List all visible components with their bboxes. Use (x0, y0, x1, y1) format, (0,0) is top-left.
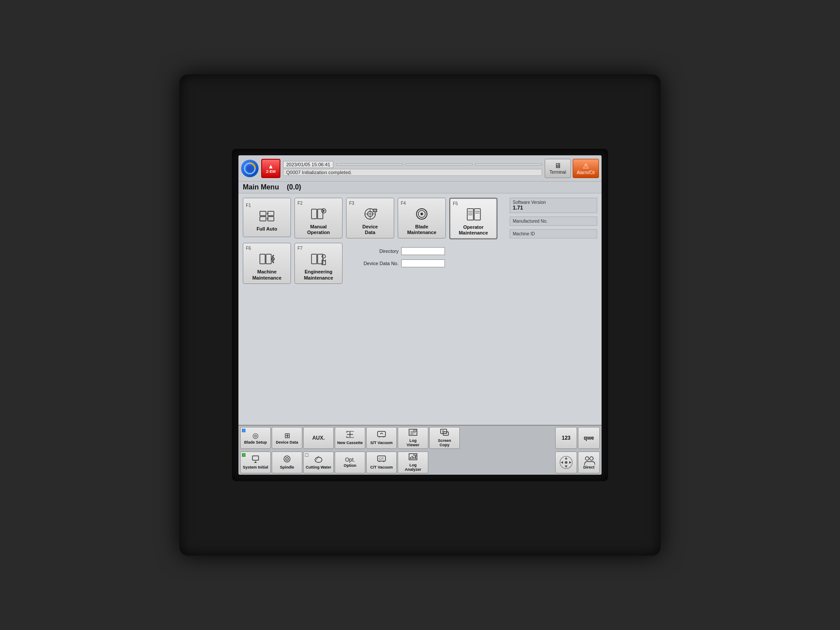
new-cassette-label: New Cassette (337, 441, 363, 445)
message-display: Q0007 Initialization completed. (283, 169, 542, 176)
software-version-value: 1.71 (513, 205, 594, 211)
alarm-button[interactable]: ⚠ Alarm/Clr (573, 159, 599, 178)
f7-engineering-maintenance-button[interactable]: F7 EngineeringMaintenance (294, 243, 343, 284)
st-vacuum-label: S/T Vacuum (370, 441, 392, 445)
st-vacuum-button[interactable]: S/T Vacuum (366, 427, 397, 449)
alarm-label: Alarm/Clr (577, 170, 595, 175)
kbd-qwe-label: qwe (584, 435, 594, 441)
f5-label: OperatorMaintenance (459, 224, 488, 236)
f7-icon (311, 252, 326, 267)
aux-icon: AUX. (312, 435, 325, 441)
manufactured-no-section: Manufactured No. (510, 217, 597, 226)
f6-label: MachineMaintenance (252, 269, 282, 280)
f4-key: F4 (401, 201, 406, 206)
joystick-icon (559, 455, 573, 469)
joystick-button[interactable] (555, 452, 577, 473)
svg-rect-4 (260, 217, 266, 221)
device-data-no-label: Device Data No. (359, 261, 399, 266)
kbd-123-label: 123 (562, 435, 570, 441)
kbd-123-button[interactable]: 123 (555, 427, 577, 449)
function-row-1: F1 (243, 198, 597, 239)
blade-setup-indicator (242, 429, 245, 432)
device-data-toolbar-label: Device Data (276, 441, 298, 445)
toolbar-row-1: ◎ Blade Setup ⊞ Device Data AUX. (238, 426, 602, 450)
kbd-qwe-button[interactable]: qwe (578, 427, 600, 449)
machine-id-title: Machine ID (513, 231, 594, 236)
svg-point-56 (284, 456, 290, 462)
svg-rect-28 (266, 254, 271, 264)
option-icon: Opt. (345, 457, 355, 463)
log-analyzer-button[interactable]: LogAnalyzer (398, 452, 428, 473)
svg-point-75 (585, 457, 589, 460)
manufactured-no-title: Manufactured No. (513, 219, 594, 224)
direct-button[interactable]: Direct (578, 452, 600, 473)
spindle-icon (282, 455, 292, 465)
function-row-2: F6 Machi (243, 243, 597, 284)
ct-vacuum-button[interactable]: C/T C/T Vacuum (366, 452, 397, 473)
function-rows: F1 (243, 198, 597, 420)
device-data-toolbar-icon: ⊞ (284, 431, 290, 440)
toolbar-row-2: System Initial Spindle (238, 450, 602, 475)
f4-blade-maintenance-button[interactable]: F4 BladeMaintenance (398, 198, 446, 238)
directory-label: Directory (359, 248, 399, 254)
svg-rect-27 (260, 254, 265, 264)
option-button[interactable]: Opt. Option (335, 452, 365, 473)
status-box-3 (475, 164, 542, 165)
device-data-toolbar-button[interactable]: ⊞ Device Data (272, 427, 302, 449)
svg-point-1 (247, 165, 253, 172)
screen-copy-button[interactable]: ScreenCopy (429, 427, 460, 449)
svg-rect-21 (474, 209, 480, 220)
svg-rect-14 (373, 209, 377, 212)
st-vacuum-icon (377, 430, 386, 440)
svg-rect-2 (260, 211, 266, 216)
svg-point-9 (323, 210, 325, 212)
new-cassette-button[interactable]: New Cassette (335, 427, 365, 449)
f2-icon (311, 207, 326, 222)
new-cassette-icon (345, 430, 355, 440)
svg-point-19 (420, 213, 423, 215)
f1-full-auto-button[interactable]: F1 (243, 198, 291, 237)
machine-id-section: Machine ID (510, 229, 597, 238)
screen-copy-icon (440, 428, 449, 438)
svg-rect-42 (378, 431, 385, 437)
spindle-button[interactable]: Spindle (272, 452, 302, 473)
top-bar: ▲ Z-EM 2023/01/05 15:06:41 Q0007 Initial… (238, 155, 602, 182)
svg-point-57 (286, 458, 288, 460)
zem-button[interactable]: ▲ Z-EM (261, 159, 280, 178)
title-bar: Main Menu (0.0) (238, 182, 602, 193)
screen-bezel: ▲ Z-EM 2023/01/05 15:06:41 Q0007 Initial… (232, 149, 608, 481)
f2-manual-operation-button[interactable]: F2 ManualOperation (294, 198, 343, 238)
blade-setup-button[interactable]: ◎ Blade Setup (240, 427, 271, 449)
svg-point-35 (322, 255, 326, 258)
device-data-no-input[interactable] (401, 259, 445, 267)
svg-marker-72 (561, 461, 563, 464)
cutting-water-button[interactable]: Cutting Water (303, 452, 334, 473)
system-initial-label: System Initial (243, 466, 268, 470)
datetime-display: 2023/01/05 15:06:41 (283, 161, 333, 168)
right-info-panel: Software Version 1.71 Manufactured No. M… (510, 198, 597, 238)
svg-rect-7 (318, 209, 323, 219)
system-initial-button[interactable]: System Initial (240, 452, 271, 473)
f7-label: EngineeringMaintenance (304, 269, 333, 280)
ct-vacuum-label: C/T Vacuum (370, 466, 393, 470)
terminal-button[interactable]: 🖥 Terminal (545, 159, 571, 178)
terminal-label: Terminal (550, 170, 566, 175)
f3-device-data-button[interactable]: F3 (346, 198, 394, 238)
main-title: Main Menu (243, 183, 279, 191)
system-initial-icon (251, 455, 260, 465)
directory-input[interactable] (401, 247, 445, 255)
svg-point-76 (590, 457, 593, 460)
status-box-2 (406, 164, 472, 165)
cutting-water-label: Cutting Water (306, 466, 332, 470)
direct-icon (583, 455, 595, 465)
svg-marker-73 (569, 461, 571, 464)
zem-label: Z-EM (266, 169, 276, 174)
f1-key: F1 (246, 203, 251, 208)
log-analyzer-label: LogAnalyzer (405, 463, 421, 472)
aux-button[interactable]: AUX. (303, 427, 334, 449)
f5-operator-maintenance-button[interactable]: F5 (449, 198, 497, 239)
svg-point-53 (446, 432, 447, 433)
log-viewer-button[interactable]: LogViewer (398, 427, 428, 449)
machine-frame: ▲ Z-EM 2023/01/05 15:06:41 Q0007 Initial… (179, 74, 661, 556)
f6-machine-maintenance-button[interactable]: F6 Machi (243, 243, 291, 284)
